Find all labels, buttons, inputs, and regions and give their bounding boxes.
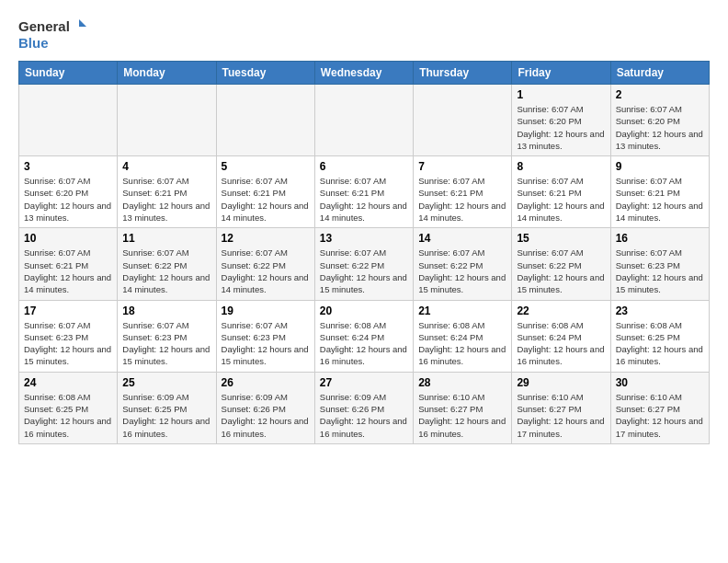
- calendar-cell: 24Sunrise: 6:08 AM Sunset: 6:25 PM Dayli…: [19, 372, 118, 443]
- cell-content: Sunrise: 6:07 AM Sunset: 6:21 PM Dayligh…: [222, 175, 310, 224]
- calendar-cell: 19Sunrise: 6:07 AM Sunset: 6:23 PM Dayli…: [216, 300, 314, 372]
- cell-content: Sunrise: 6:07 AM Sunset: 6:21 PM Dayligh…: [616, 175, 704, 224]
- calendar-cell: 9Sunrise: 6:07 AM Sunset: 6:21 PM Daylig…: [610, 156, 709, 228]
- week-row-1: 1Sunrise: 6:07 AM Sunset: 6:20 PM Daylig…: [19, 85, 710, 156]
- cell-content: Sunrise: 6:08 AM Sunset: 6:24 PM Dayligh…: [517, 319, 605, 368]
- day-number: 26: [222, 376, 310, 389]
- cell-content: Sunrise: 6:10 AM Sunset: 6:27 PM Dayligh…: [616, 391, 704, 440]
- day-number: 15: [517, 232, 605, 245]
- cell-content: Sunrise: 6:07 AM Sunset: 6:21 PM Dayligh…: [122, 175, 210, 224]
- day-number: 28: [418, 376, 506, 389]
- day-number: 2: [616, 88, 704, 101]
- week-row-5: 24Sunrise: 6:08 AM Sunset: 6:25 PM Dayli…: [19, 372, 710, 443]
- cell-content: Sunrise: 6:07 AM Sunset: 6:21 PM Dayligh…: [418, 175, 506, 224]
- svg-marker-0: [79, 19, 86, 27]
- calendar-cell: 25Sunrise: 6:09 AM Sunset: 6:25 PM Dayli…: [118, 372, 216, 443]
- cell-content: Sunrise: 6:07 AM Sunset: 6:23 PM Dayligh…: [24, 319, 112, 368]
- week-row-3: 10Sunrise: 6:07 AM Sunset: 6:21 PM Dayli…: [19, 228, 710, 300]
- calendar-cell: 16Sunrise: 6:07 AM Sunset: 6:23 PM Dayli…: [610, 228, 709, 300]
- cell-content: Sunrise: 6:07 AM Sunset: 6:22 PM Dayligh…: [122, 247, 210, 295]
- calendar-cell: 4Sunrise: 6:07 AM Sunset: 6:21 PM Daylig…: [118, 156, 216, 228]
- day-number: 3: [24, 160, 112, 173]
- cell-content: Sunrise: 6:07 AM Sunset: 6:23 PM Dayligh…: [122, 319, 210, 368]
- day-number: 11: [122, 232, 210, 245]
- calendar-cell: 15Sunrise: 6:07 AM Sunset: 6:22 PM Dayli…: [512, 228, 610, 300]
- logo-arrow: [72, 19, 86, 34]
- cell-content: Sunrise: 6:08 AM Sunset: 6:25 PM Dayligh…: [616, 319, 704, 368]
- header: General Blue: [18, 18, 710, 52]
- calendar-cell: 6Sunrise: 6:07 AM Sunset: 6:21 PM Daylig…: [314, 156, 413, 228]
- calendar-table: SundayMondayTuesdayWednesdayThursdayFrid…: [18, 61, 710, 444]
- cell-content: Sunrise: 6:08 AM Sunset: 6:24 PM Dayligh…: [418, 319, 506, 368]
- calendar-cell: 23Sunrise: 6:08 AM Sunset: 6:25 PM Dayli…: [610, 300, 709, 372]
- cell-content: Sunrise: 6:09 AM Sunset: 6:25 PM Dayligh…: [122, 391, 210, 440]
- calendar-cell: 3Sunrise: 6:07 AM Sunset: 6:20 PM Daylig…: [19, 156, 118, 228]
- day-header-sunday: Sunday: [19, 62, 118, 85]
- calendar-cell: 11Sunrise: 6:07 AM Sunset: 6:22 PM Dayli…: [118, 228, 216, 300]
- calendar-cell: [118, 85, 216, 156]
- cell-content: Sunrise: 6:08 AM Sunset: 6:25 PM Dayligh…: [24, 391, 112, 440]
- day-number: 14: [418, 232, 506, 245]
- day-number: 16: [616, 232, 704, 245]
- day-number: 1: [517, 88, 605, 101]
- cell-content: Sunrise: 6:07 AM Sunset: 6:23 PM Dayligh…: [222, 319, 310, 368]
- header-row: SundayMondayTuesdayWednesdayThursdayFrid…: [19, 62, 710, 85]
- cell-content: Sunrise: 6:07 AM Sunset: 6:21 PM Dayligh…: [320, 175, 408, 224]
- day-number: 23: [616, 304, 704, 317]
- calendar-cell: [414, 85, 512, 156]
- calendar-cell: 1Sunrise: 6:07 AM Sunset: 6:20 PM Daylig…: [512, 85, 610, 156]
- calendar-cell: 10Sunrise: 6:07 AM Sunset: 6:21 PM Dayli…: [19, 228, 118, 300]
- day-number: 6: [320, 160, 408, 173]
- cell-content: Sunrise: 6:10 AM Sunset: 6:27 PM Dayligh…: [418, 391, 506, 440]
- day-number: 18: [122, 304, 210, 317]
- day-number: 29: [517, 376, 605, 389]
- week-row-4: 17Sunrise: 6:07 AM Sunset: 6:23 PM Dayli…: [19, 300, 710, 372]
- day-number: 5: [222, 160, 310, 173]
- week-row-2: 3Sunrise: 6:07 AM Sunset: 6:20 PM Daylig…: [19, 156, 710, 228]
- cell-content: Sunrise: 6:08 AM Sunset: 6:24 PM Dayligh…: [320, 319, 408, 368]
- cell-content: Sunrise: 6:10 AM Sunset: 6:27 PM Dayligh…: [517, 391, 605, 440]
- calendar-cell: 2Sunrise: 6:07 AM Sunset: 6:20 PM Daylig…: [610, 85, 709, 156]
- calendar-cell: 26Sunrise: 6:09 AM Sunset: 6:26 PM Dayli…: [216, 372, 314, 443]
- logo-general: General: [18, 18, 70, 35]
- calendar-cell: 14Sunrise: 6:07 AM Sunset: 6:22 PM Dayli…: [414, 228, 512, 300]
- day-number: 8: [517, 160, 605, 173]
- cell-content: Sunrise: 6:07 AM Sunset: 6:22 PM Dayligh…: [418, 247, 506, 295]
- cell-content: Sunrise: 6:07 AM Sunset: 6:22 PM Dayligh…: [222, 247, 310, 295]
- day-number: 19: [222, 304, 310, 317]
- day-header-tuesday: Tuesday: [216, 62, 314, 85]
- calendar-cell: 29Sunrise: 6:10 AM Sunset: 6:27 PM Dayli…: [512, 372, 610, 443]
- calendar-cell: 13Sunrise: 6:07 AM Sunset: 6:22 PM Dayli…: [314, 228, 413, 300]
- cell-content: Sunrise: 6:07 AM Sunset: 6:22 PM Dayligh…: [517, 247, 605, 295]
- calendar-cell: 18Sunrise: 6:07 AM Sunset: 6:23 PM Dayli…: [118, 300, 216, 372]
- day-header-wednesday: Wednesday: [314, 62, 413, 85]
- day-number: 7: [418, 160, 506, 173]
- calendar-cell: [216, 85, 314, 156]
- cell-content: Sunrise: 6:07 AM Sunset: 6:20 PM Dayligh…: [517, 103, 605, 152]
- logo: General Blue: [18, 18, 86, 52]
- cell-content: Sunrise: 6:07 AM Sunset: 6:21 PM Dayligh…: [517, 175, 605, 224]
- cell-content: Sunrise: 6:07 AM Sunset: 6:21 PM Dayligh…: [24, 247, 112, 295]
- calendar-cell: 20Sunrise: 6:08 AM Sunset: 6:24 PM Dayli…: [314, 300, 413, 372]
- day-number: 20: [320, 304, 408, 317]
- calendar-cell: [314, 85, 413, 156]
- day-header-friday: Friday: [512, 62, 610, 85]
- calendar-cell: 21Sunrise: 6:08 AM Sunset: 6:24 PM Dayli…: [414, 300, 512, 372]
- day-number: 25: [122, 376, 210, 389]
- day-number: 21: [418, 304, 506, 317]
- logo-blue: Blue: [18, 35, 49, 52]
- day-header-monday: Monday: [118, 62, 216, 85]
- day-number: 17: [24, 304, 112, 317]
- cell-content: Sunrise: 6:07 AM Sunset: 6:20 PM Dayligh…: [616, 103, 704, 152]
- cell-content: Sunrise: 6:07 AM Sunset: 6:22 PM Dayligh…: [320, 247, 408, 295]
- day-number: 10: [24, 232, 112, 245]
- day-number: 22: [517, 304, 605, 317]
- cell-content: Sunrise: 6:09 AM Sunset: 6:26 PM Dayligh…: [320, 391, 408, 440]
- calendar-cell: 17Sunrise: 6:07 AM Sunset: 6:23 PM Dayli…: [19, 300, 118, 372]
- calendar-cell: [19, 85, 118, 156]
- calendar-cell: 30Sunrise: 6:10 AM Sunset: 6:27 PM Dayli…: [610, 372, 709, 443]
- day-number: 9: [616, 160, 704, 173]
- cell-content: Sunrise: 6:09 AM Sunset: 6:26 PM Dayligh…: [222, 391, 310, 440]
- cell-content: Sunrise: 6:07 AM Sunset: 6:20 PM Dayligh…: [24, 175, 112, 224]
- calendar-cell: 12Sunrise: 6:07 AM Sunset: 6:22 PM Dayli…: [216, 228, 314, 300]
